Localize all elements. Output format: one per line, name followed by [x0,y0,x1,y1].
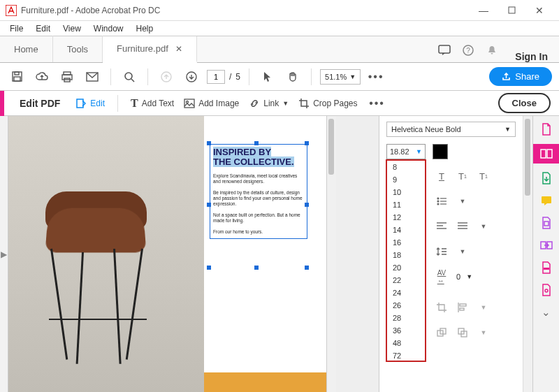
tab-tools[interactable]: Tools [53,36,103,62]
link-button[interactable]: Link ▼ [249,98,289,109]
font-select[interactable]: Helvetica Neue Bold ▼ [386,122,516,137]
font-size-value: 18.82 [390,147,409,156]
left-panel-toggle[interactable]: ▶ [0,116,8,392]
kerning-icon[interactable]: AV↔ [433,268,451,285]
text-selection-box[interactable]: INSPIRED BY THE COLLECTIVE. Explore Scan… [210,144,307,239]
edit-pdf-icon[interactable] [533,144,560,164]
scrollbar-thumb[interactable] [328,119,334,175]
line-spacing-icon[interactable] [433,243,451,260]
size-option[interactable]: 72 [387,349,425,362]
maximize-button[interactable] [498,1,525,20]
size-option[interactable]: 8 [387,161,425,173]
select-tool-icon[interactable] [258,67,277,87]
scrollbar-thumb[interactable] [525,119,530,196]
signin-button[interactable]: Sign In [504,51,559,62]
add-text-button[interactable]: T Add Text [131,97,174,110]
tab-document[interactable]: Furniture.pdf ✕ [103,36,197,63]
menu-help[interactable]: Help [131,22,159,35]
size-option[interactable]: 22 [387,274,425,286]
redact-icon[interactable] [539,260,554,275]
size-option[interactable]: 11 [387,198,425,211]
document-scrollbar[interactable] [326,116,336,392]
more-edit-icon[interactable]: ••• [368,94,387,113]
headline[interactable]: INSPIRED BY THE COLLECTIVE. [213,147,304,168]
close-button[interactable]: Close [498,93,551,113]
comment-icon[interactable] [433,38,456,62]
mail-icon[interactable] [82,67,102,87]
crop-button[interactable]: Crop Pages [298,98,357,109]
share-button[interactable]: Share [489,67,552,86]
tab-home[interactable]: Home [0,36,53,62]
selection-handle[interactable] [305,266,309,270]
hand-tool-icon[interactable] [283,67,303,87]
body-p3: Not a space built on perfection. But a h… [213,212,304,224]
duplicate-icon[interactable] [453,324,472,341]
size-option[interactable]: 26 [387,299,425,312]
font-size-input[interactable]: 18.82 ▼ [386,144,426,159]
comment-tool-icon[interactable] [539,193,554,208]
tab-close-icon[interactable]: ✕ [175,44,182,54]
page-input[interactable] [207,70,225,84]
headline-line1: INSPIRED BY [213,147,271,157]
svg-point-44 [545,289,548,292]
align-left-icon[interactable] [433,218,451,235]
combine-icon[interactable] [539,238,554,253]
menu-view[interactable]: View [57,22,87,35]
help-icon[interactable]: ? [456,38,480,62]
bell-icon[interactable] [480,38,504,62]
create-pdf-icon[interactable] [539,122,554,137]
underline-icon[interactable]: T [433,168,451,184]
arrange-icon[interactable] [433,324,451,341]
size-option[interactable]: 18 [387,249,425,261]
dup-options-icon[interactable]: ▼ [474,324,493,341]
edit-button[interactable]: Edit [75,98,105,109]
align-obj-options-icon[interactable]: ▼ [474,299,493,316]
font-size-dropdown[interactable]: 8 9 10 11 12 14 16 18 20 22 24 26 28 36 … [386,159,426,362]
size-option[interactable]: 12 [387,211,425,224]
zoom-select[interactable]: 51.1%▼ [320,69,361,85]
crop-icon [298,98,310,109]
bullet-list-icon[interactable] [433,193,451,210]
size-option[interactable]: 16 [387,236,425,249]
protect-icon[interactable] [539,282,554,298]
panel-scrollbar[interactable] [523,116,532,392]
subscript-icon[interactable]: T1 [474,168,493,184]
align-objects-icon[interactable] [453,299,472,316]
save-icon[interactable] [7,67,27,87]
expand-icon[interactable]: ⌄ [539,305,554,320]
menu-window[interactable]: Window [88,22,129,35]
size-option[interactable]: 10 [387,186,425,198]
size-option[interactable]: 36 [387,324,425,337]
list-options-icon[interactable]: ▼ [453,193,472,210]
minimize-button[interactable]: — [470,1,498,20]
cloud-icon[interactable] [32,67,52,87]
selection-handle[interactable] [254,266,259,270]
align-options-icon[interactable]: ▼ [474,218,493,235]
chevron-down-icon[interactable]: ▼ [466,273,472,280]
workspace: ▶ INSPIRED BY [0,116,559,392]
size-option[interactable]: 28 [387,312,425,324]
next-page-icon[interactable] [182,67,201,87]
spacing-options-icon[interactable]: ▼ [453,243,472,260]
add-image-button[interactable]: Add Image [184,99,239,108]
more-tools-icon[interactable]: ••• [366,67,386,87]
organize-icon[interactable] [539,215,554,231]
crop-object-icon[interactable] [433,299,451,316]
selection-handle[interactable] [207,266,211,270]
size-option[interactable]: 48 [387,337,425,349]
superscript-icon[interactable]: T1 [453,168,472,184]
menu-file[interactable]: File [4,22,29,35]
close-window-button[interactable]: ✕ [525,1,553,20]
print-icon[interactable] [57,67,77,87]
align-justify-icon[interactable] [453,218,472,235]
prev-page-icon[interactable] [157,67,176,87]
size-option[interactable]: 20 [387,261,425,274]
document-area[interactable]: INSPIRED BY THE COLLECTIVE. Explore Scan… [8,116,379,392]
color-swatch[interactable] [433,144,448,159]
menu-edit[interactable]: Edit [30,22,56,35]
export-pdf-icon[interactable] [539,170,554,186]
size-option[interactable]: 9 [387,173,425,186]
search-icon[interactable] [119,67,139,87]
size-option[interactable]: 14 [387,224,425,236]
size-option[interactable]: 24 [387,286,425,299]
